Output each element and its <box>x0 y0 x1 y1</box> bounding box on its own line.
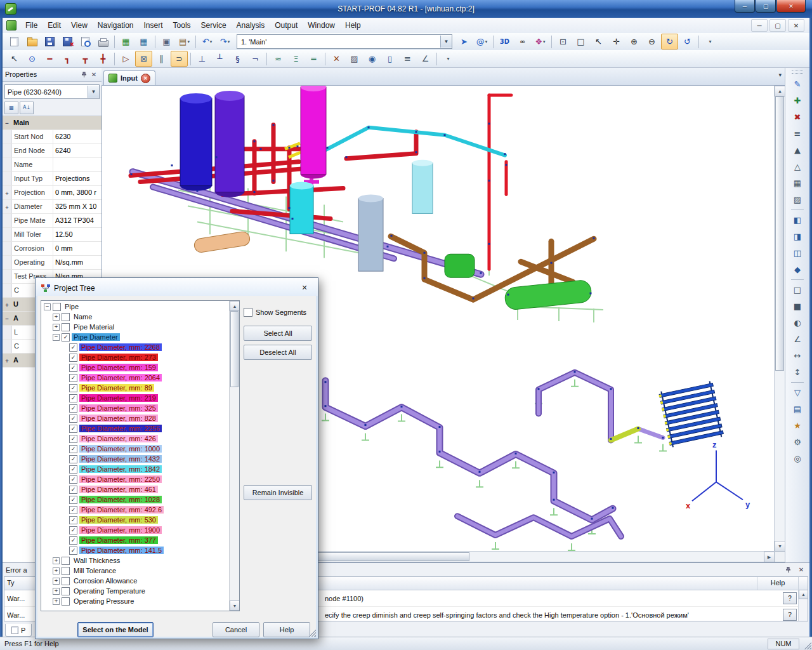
help-column-header[interactable]: Help <box>757 577 799 590</box>
menu-item-edit[interactable]: Edit <box>43 18 66 32</box>
tree-checkbox[interactable]: ✓ <box>69 486 77 494</box>
pan-button[interactable]: ✛ <box>608 34 625 50</box>
tree-item-wall-thickness[interactable]: +Wall Thickness <box>41 555 230 566</box>
tree-item-corrosion-allowance[interactable]: +Corrosion Allowance <box>41 576 230 586</box>
display-style-button[interactable]: ❖▾ <box>532 34 549 50</box>
deselect-all-button[interactable]: Deselect All <box>244 345 312 360</box>
close-panel-icon[interactable]: ✕ <box>89 69 99 79</box>
dropdown-arrow-icon[interactable]: ▾ <box>187 39 190 44</box>
collapse-icon[interactable]: − <box>53 334 60 341</box>
expander-icon[interactable]: − <box>3 312 11 325</box>
insert-bend-button[interactable]: ┓ <box>59 51 76 67</box>
insert-flange-button[interactable]: ‖ <box>153 51 170 67</box>
tree-item-mill-tolerance[interactable]: +Mill Tolerance <box>41 566 230 576</box>
undo-button[interactable]: ↶▾ <box>199 34 216 50</box>
shaded-button[interactable]: ■ <box>789 298 806 314</box>
tree-checkbox[interactable]: ✓ <box>69 384 77 392</box>
open-folder-button[interactable] <box>23 34 41 50</box>
menu-item-navigation[interactable]: Navigation <box>93 18 139 32</box>
insert-cap-button[interactable]: ⊃ <box>171 51 188 67</box>
sliding-support-button[interactable]: ┴ <box>211 51 228 67</box>
app-icon[interactable] <box>5 3 16 15</box>
minimize-button[interactable]: ─ <box>735 0 755 13</box>
property-value[interactable]: 6230 <box>53 130 102 143</box>
scroll-up-icon[interactable]: ▲ <box>230 301 240 311</box>
tree-item-operating-temperature[interactable]: +Operating Temperature <box>41 586 230 596</box>
property-value[interactable]: 0 mm, 3800 r <box>53 186 102 199</box>
insert-tee-button[interactable]: ┳ <box>77 51 94 67</box>
tab-close-icon[interactable]: ✕ <box>141 74 150 83</box>
save-button[interactable] <box>41 34 58 50</box>
maximize-button[interactable]: ▢ <box>756 0 776 13</box>
scroll-right-icon[interactable]: ▶ <box>764 552 775 562</box>
insert-node-button[interactable]: ⊙ <box>23 51 41 67</box>
object-selector[interactable]: Pipe (6230-6240) ▼ <box>4 84 100 99</box>
tree-checkbox[interactable]: ✓ <box>69 435 77 443</box>
tree-item-pipe-diameter-mm-219[interactable]: ✓Pipe Diameter, mm: 219 <box>41 393 230 403</box>
select-all-button[interactable]: Select All <box>244 326 312 341</box>
tree-item-name[interactable]: +Name <box>41 312 230 322</box>
property-value[interactable]: Projections <box>53 172 102 185</box>
output-table-button[interactable]: ▦ <box>135 34 152 50</box>
tree-checkbox[interactable] <box>62 597 70 606</box>
tree-checkbox[interactable]: ✓ <box>69 526 77 534</box>
tree-checkbox[interactable]: ✓ <box>69 475 77 484</box>
tab-problems[interactable]: P <box>5 624 32 637</box>
spring-support-button[interactable]: § <box>229 51 246 67</box>
expand-icon[interactable]: + <box>53 314 60 321</box>
insert-options-button[interactable]: ▾ <box>440 51 457 67</box>
expand-icon[interactable]: + <box>53 578 60 585</box>
tree-checkbox[interactable] <box>62 587 70 595</box>
select-pointer-button[interactable]: ↖ <box>590 34 607 50</box>
vessel-button[interactable]: ▯ <box>381 51 398 67</box>
show-restraints-button[interactable]: ▲ <box>789 142 806 158</box>
find-object-button[interactable]: @▾ <box>473 34 490 50</box>
tree-item-pipe-diameter-mm-141-5[interactable]: ✓Pipe Diameter, mm: 141.5 <box>41 545 230 555</box>
help-button[interactable]: Help <box>263 622 310 637</box>
wireframe-button[interactable]: □ <box>789 282 806 298</box>
tree-item-pipe-diameter-mm-2064[interactable]: ✓Pipe Diameter, mm: 2064 <box>41 373 230 383</box>
tree-item-pipe-diameter-mm-273[interactable]: ✓Pipe Diameter, mm: 273 <box>41 352 230 362</box>
scroll-down-icon[interactable]: ▼ <box>775 541 785 552</box>
zoom-region-button[interactable]: □ <box>572 34 589 50</box>
weld-button[interactable]: ✕ <box>328 51 345 67</box>
show-grid-button[interactable]: ▦ <box>789 175 806 191</box>
paste-button[interactable]: ▤▾ <box>176 34 193 50</box>
elevation-button[interactable]: ↕ <box>789 364 806 380</box>
document-icon[interactable] <box>6 20 16 30</box>
vertical-scroll-thumb[interactable] <box>775 96 784 371</box>
iso-view-button[interactable]: ◆ <box>789 262 806 277</box>
dropdown-arrow-icon[interactable]: ▾ <box>228 39 230 44</box>
expander-icon[interactable]: + <box>3 186 12 199</box>
copy-button[interactable]: ▣ <box>158 34 175 50</box>
scroll-down-icon[interactable]: ▼ <box>230 600 240 611</box>
tree-item-pipe-diameter-mm-159[interactable]: ✓Pipe Diameter, mm: 159 <box>41 362 230 373</box>
menu-item-service[interactable]: Service <box>196 18 232 32</box>
side-view-button[interactable]: ◨ <box>789 229 806 244</box>
chevron-down-icon[interactable]: ▼ <box>440 36 452 48</box>
tree-checkbox[interactable]: ✓ <box>69 536 77 545</box>
window-list-button[interactable]: ▾ <box>778 72 782 78</box>
zoom-in-button[interactable]: ⊕ <box>625 34 643 50</box>
tree-checkbox[interactable]: ✓ <box>69 415 77 423</box>
expand-icon[interactable]: + <box>53 324 60 331</box>
pin-icon[interactable] <box>783 565 793 575</box>
binoculars-button[interactable]: ∞ <box>514 34 531 50</box>
tree-item-pipe-diameter-mm-2268[interactable]: ✓Pipe Diameter, mm: 2268 <box>41 342 230 352</box>
tree-item-pipe[interactable]: −Pipe <box>41 302 230 312</box>
tree-checkbox[interactable] <box>62 313 70 321</box>
bookmark-button[interactable]: ★ <box>789 418 806 434</box>
tree-item-pipe-diameter-mm-377[interactable]: ✓Pipe Diameter, mm: 377 <box>41 535 230 545</box>
property-value[interactable]: 0 mm <box>53 242 102 255</box>
select-element-button[interactable]: ↖ <box>6 51 23 67</box>
tab-input[interactable]: Input ✕ <box>103 70 155 85</box>
menu-item-window[interactable]: Window <box>303 18 340 32</box>
tree-checkbox[interactable]: ✓ <box>69 496 77 504</box>
delete-element-button[interactable]: ✖ <box>789 109 806 125</box>
remain-invisible-button[interactable]: Remain Invisible <box>244 485 312 500</box>
insulation-button[interactable]: ▨ <box>346 51 363 67</box>
axes-button[interactable]: ∠ <box>789 331 806 347</box>
vertical-scrollbar[interactable]: ▲ ▼ <box>774 86 785 552</box>
expander-icon[interactable]: + <box>3 354 11 367</box>
insert-valve-button[interactable]: ⊠ <box>135 51 152 67</box>
